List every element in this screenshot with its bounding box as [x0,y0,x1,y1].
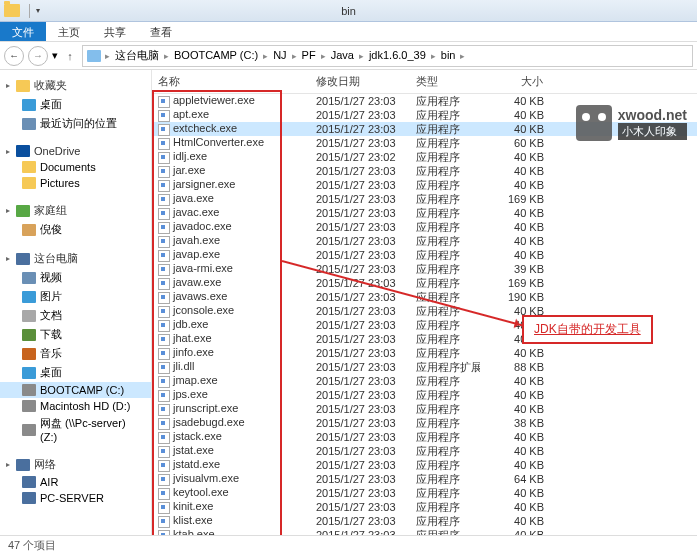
file-row[interactable]: jinfo.exe2015/1/27 23:03应用程序40 KB [152,346,697,360]
sidebar-item-drive-c[interactable]: BOOTCAMP (C:) [0,382,151,398]
file-row[interactable]: jar.exe2015/1/27 23:03应用程序40 KB [152,164,697,178]
file-row[interactable]: java.exe2015/1/27 23:03应用程序169 KB [152,192,697,206]
expand-icon: ▸ [6,147,16,156]
file-row[interactable]: jvisualvm.exe2015/1/27 23:03应用程序64 KB [152,472,697,486]
file-size: 40 KB [480,123,550,135]
chevron-right-icon: ▸ [162,51,171,61]
breadcrumb-item[interactable]: NJ [270,49,289,61]
file-type: 应用程序 [410,220,480,235]
exe-file-icon [158,236,170,248]
col-header-type[interactable]: 类型 [410,70,480,93]
sidebar-item-desktop[interactable]: 桌面 [0,95,151,114]
ribbon-tab-file[interactable]: 文件 [0,22,46,41]
nav-forward-button[interactable]: → [28,46,48,66]
file-row[interactable]: jps.exe2015/1/27 23:03应用程序40 KB [152,388,697,402]
breadcrumb-item[interactable]: jdk1.6.0_39 [366,49,429,61]
file-row[interactable]: jstatd.exe2015/1/27 23:03应用程序40 KB [152,458,697,472]
picture-icon [22,291,36,303]
sidebar-item-recent[interactable]: 最近访问的位置 [0,114,151,133]
breadcrumb-item[interactable]: 这台电脑 [112,49,162,61]
sidebar-item-desktop2[interactable]: 桌面 [0,363,151,382]
file-row[interactable]: javap.exe2015/1/27 23:03应用程序40 KB [152,248,697,262]
sidebar-item-label: 音乐 [40,346,62,361]
file-type: 应用程序 [410,262,480,277]
chevron-right-icon: ▸ [458,51,467,61]
file-row[interactable]: klist.exe2015/1/27 23:03应用程序40 KB [152,514,697,528]
col-header-name[interactable]: 名称 [152,70,310,93]
file-row[interactable]: appletviewer.exe2015/1/27 23:03应用程序40 KB [152,94,697,108]
file-row[interactable]: idlj.exe2015/1/27 23:02应用程序40 KB [152,150,697,164]
file-row[interactable]: javaw.exe2015/1/27 23:03应用程序169 KB [152,276,697,290]
file-row[interactable]: jsadebugd.exe2015/1/27 23:03应用程序38 KB [152,416,697,430]
sidebar-homegroup[interactable]: ▸家庭组 [0,201,151,220]
nav-up-button[interactable]: ↑ [62,48,78,64]
file-name: jconsole.exe [173,304,234,316]
ribbon-tab-view[interactable]: 查看 [138,22,184,41]
col-header-date[interactable]: 修改日期 [310,70,410,93]
ribbon: 文件 主页 共享 查看 [0,22,697,42]
file-row[interactable]: keytool.exe2015/1/27 23:03应用程序40 KB [152,486,697,500]
file-row[interactable]: extcheck.exe2015/1/27 23:03应用程序40 KB [152,122,697,136]
sidebar-item-pictures2[interactable]: 图片 [0,287,151,306]
file-name: HtmlConverter.exe [173,136,264,148]
file-row[interactable]: javac.exe2015/1/27 23:03应用程序40 KB [152,206,697,220]
file-row[interactable]: javaws.exe2015/1/27 23:03应用程序190 KB [152,290,697,304]
sidebar-item-downloads[interactable]: 下载 [0,325,151,344]
sidebar-item-drive-d[interactable]: Macintosh HD (D:) [0,398,151,414]
file-row[interactable]: jstack.exe2015/1/27 23:03应用程序40 KB [152,430,697,444]
breadcrumb-item[interactable]: PF [299,49,319,61]
sidebar-item-air[interactable]: AIR [0,474,151,490]
sidebar-item-documents2[interactable]: 文档 [0,306,151,325]
file-row[interactable]: java-rmi.exe2015/1/27 23:03应用程序39 KB [152,262,697,276]
folder-icon [22,161,36,173]
file-date: 2015/1/27 23:03 [310,305,410,317]
file-name: java.exe [173,192,214,204]
file-row[interactable]: javah.exe2015/1/27 23:03应用程序40 KB [152,234,697,248]
file-row[interactable]: kinit.exe2015/1/27 23:03应用程序40 KB [152,500,697,514]
chevron-right-icon: ▸ [319,51,328,61]
nav-history-icon[interactable]: ▾ [52,49,58,62]
sidebar-item-video[interactable]: 视频 [0,268,151,287]
sidebar-item-pcserver[interactable]: PC-SERVER [0,490,151,506]
file-row[interactable]: jmap.exe2015/1/27 23:03应用程序40 KB [152,374,697,388]
breadcrumb[interactable]: ▸ 这台电脑▸BOOTCAMP (C:)▸NJ▸PF▸Java▸jdk1.6.0… [82,45,693,67]
file-row[interactable]: jrunscript.exe2015/1/27 23:03应用程序40 KB [152,402,697,416]
ribbon-tab-share[interactable]: 共享 [92,22,138,41]
file-row[interactable]: ktab.exe2015/1/27 23:03应用程序40 KB [152,528,697,535]
ribbon-tab-home[interactable]: 主页 [46,22,92,41]
sidebar-item-documents[interactable]: Documents [0,159,151,175]
sidebar-favorites[interactable]: ▸收藏夹 [0,76,151,95]
col-header-size[interactable]: 大小 [480,70,550,93]
file-row[interactable]: jstat.exe2015/1/27 23:03应用程序40 KB [152,444,697,458]
sidebar-this-pc[interactable]: ▸这台电脑 [0,249,151,268]
sidebar-network[interactable]: ▸网络 [0,455,151,474]
file-row[interactable]: jli.dll2015/1/27 23:03应用程序扩展88 KB [152,360,697,374]
nav-back-button[interactable]: ← [4,46,24,66]
qat-dropdown-icon[interactable]: ▾ [36,6,40,15]
breadcrumb-item[interactable]: bin [438,49,459,61]
sidebar-item-pictures[interactable]: Pictures [0,175,151,191]
file-row[interactable]: javadoc.exe2015/1/27 23:03应用程序40 KB [152,220,697,234]
file-row[interactable]: HtmlConverter.exe2015/1/27 23:03应用程序60 K… [152,136,697,150]
video-icon [22,272,36,284]
file-type: 应用程序 [410,304,480,319]
sidebar-item-user[interactable]: 倪俊 [0,220,151,239]
file-date: 2015/1/27 23:03 [310,207,410,219]
sidebar-item-music[interactable]: 音乐 [0,344,151,363]
file-name: apt.exe [173,108,209,120]
file-size: 40 KB [480,347,550,359]
file-date: 2015/1/27 23:03 [310,95,410,107]
file-row[interactable]: apt.exe2015/1/27 23:03应用程序40 KB [152,108,697,122]
expand-icon: ▸ [6,460,16,469]
sidebar-onedrive[interactable]: ▸OneDrive [0,143,151,159]
file-name: javah.exe [173,234,220,246]
file-date: 2015/1/27 23:03 [310,361,410,373]
file-row[interactable]: jarsigner.exe2015/1/27 23:03应用程序40 KB [152,178,697,192]
file-type: 应用程序 [410,206,480,221]
exe-file-icon [158,96,170,108]
sidebar-item-drive-z[interactable]: 网盘 (\\Pc-server) (Z:) [0,414,151,445]
sidebar-item-label: 下载 [40,327,62,342]
breadcrumb-item[interactable]: BOOTCAMP (C:) [171,49,261,61]
breadcrumb-item[interactable]: Java [328,49,357,61]
file-type: 应用程序 [410,136,480,151]
